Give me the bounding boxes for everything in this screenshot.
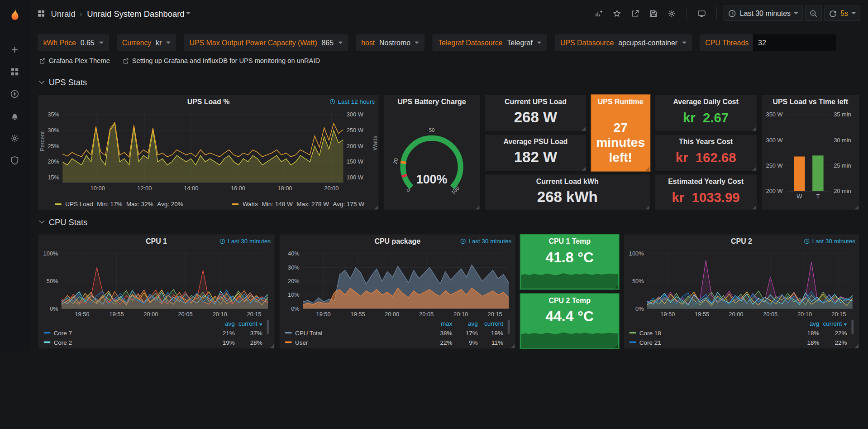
legend-row: User22%9%11%	[285, 337, 511, 347]
panel-title[interactable]: Current UPS Load	[485, 97, 587, 106]
panel-resize-handle[interactable]	[582, 127, 586, 131]
cycle-view-button[interactable]	[694, 5, 710, 21]
breadcrumb-separator: ›	[79, 9, 82, 18]
dashboard-title[interactable]: Unraid System Dashboard	[87, 9, 184, 18]
series-name[interactable]: Watts	[243, 201, 258, 207]
time-range-picker[interactable]: Last 30 minutes	[724, 5, 803, 21]
legend-sort-current[interactable]: current	[235, 320, 262, 327]
series-name[interactable]: Core 18	[639, 329, 661, 336]
variable-telegraf-datasource[interactable]: Telegraf Datasource Telegraf	[433, 34, 547, 51]
series-name[interactable]: Core 21	[639, 339, 661, 346]
refresh-button[interactable]: 5s	[825, 5, 860, 21]
star-dashboard-button[interactable]	[609, 5, 625, 21]
variable-currency[interactable]: Currency kr	[117, 34, 176, 51]
panel-title[interactable]: Estimated Yearly Cost	[655, 177, 757, 185]
svg-text:50%: 50%	[47, 278, 58, 284]
variable-kwh-price[interactable]: kWh Price 0.65	[38, 34, 109, 51]
cpu2-chart[interactable]: 19:5019:5520:0020:0520:1020:150%50%100%	[626, 248, 857, 319]
panel-resize-handle[interactable]	[752, 127, 756, 131]
section-cpu-stats[interactable]: CPU Stats	[40, 217, 87, 227]
series-name[interactable]: CPU Total	[295, 329, 322, 336]
legend-sort-current[interactable]: current	[478, 320, 503, 327]
ups-load-vs-time-chart[interactable]: 200 W20 min250 W25 min300 W30 min350 W35…	[764, 111, 857, 200]
zoom-out-button[interactable]	[805, 5, 822, 21]
refresh-interval-label[interactable]: 5s	[840, 9, 848, 17]
panel-title[interactable]: This Years Cost	[655, 137, 757, 145]
stat-value: kr 1033.99	[655, 190, 757, 206]
panel-title[interactable]: UPS Load %	[38, 97, 378, 106]
share-dashboard-button[interactable]	[627, 5, 643, 21]
dashboard-settings-button[interactable]	[664, 5, 680, 21]
configuration-button[interactable]	[5, 129, 24, 148]
panel-title[interactable]: UPS Load vs Time left	[762, 97, 859, 106]
panel-resize-handle[interactable]	[645, 206, 649, 210]
panel-resize-handle[interactable]	[476, 206, 480, 210]
panel-title[interactable]: CPU 2 Temp	[520, 296, 619, 304]
svg-text:20:00: 20:00	[143, 311, 158, 318]
breadcrumb-folder[interactable]: Unraid	[51, 9, 76, 18]
star-icon	[613, 9, 621, 17]
dashboards-button[interactable]	[5, 62, 24, 81]
panel-title[interactable]: Average PSU Load	[485, 137, 587, 145]
save-dashboard-button[interactable]	[646, 5, 662, 21]
plus-icon	[10, 44, 19, 54]
ups-battery-gauge[interactable]: 02050100	[388, 128, 475, 200]
panel-resize-handle[interactable]	[615, 285, 619, 289]
legend-scrollbar[interactable]	[851, 320, 854, 334]
graph-legend: avgcurrent Core 1818%22% Core 2118%22%	[630, 318, 855, 347]
panel-resize-handle[interactable]	[855, 344, 859, 348]
svg-text:20:10: 20:10	[213, 311, 227, 318]
legend-scrollbar[interactable]	[267, 320, 269, 334]
create-button[interactable]	[5, 40, 24, 59]
series-name[interactable]: UPS Load	[65, 201, 93, 207]
svg-text:19:55: 19:55	[695, 311, 709, 318]
series-swatch	[285, 341, 292, 343]
variable-ups-max-output[interactable]: UPS Max Output Power Capacity (Watt) 865	[184, 34, 348, 51]
panel-resize-handle[interactable]	[511, 344, 515, 348]
dashboard-link-grafana-plex-theme[interactable]: Grafana Plex Theme	[39, 57, 110, 65]
panel-resize-handle[interactable]	[855, 206, 859, 210]
cpu1-chart[interactable]: 19:5019:5520:0020:0520:1020:150%50%100%	[40, 248, 272, 319]
svg-text:350 W: 350 W	[766, 111, 783, 118]
server-admin-button[interactable]	[5, 151, 24, 170]
series-name[interactable]: Core 2	[54, 339, 72, 346]
legend-sort-avg[interactable]: avg	[452, 320, 477, 327]
svg-text:100%: 100%	[43, 251, 58, 257]
section-ups-stats[interactable]: UPS Stats	[40, 77, 87, 87]
panel-resize-handle[interactable]	[615, 344, 619, 348]
dashboard-title-caret-icon[interactable]	[186, 12, 191, 14]
cpu-package-chart[interactable]: 19:5019:5520:0020:0520:1020:150%10%20%30…	[282, 248, 513, 319]
panel-resize-handle[interactable]	[752, 167, 756, 171]
panel-resize-handle[interactable]	[582, 167, 586, 171]
stat-value: kr 162.68	[655, 150, 757, 165]
grafana-logo[interactable]	[5, 6, 24, 25]
panel-title[interactable]: UPS Battery Charge	[384, 97, 480, 106]
svg-text:50%: 50%	[632, 278, 644, 284]
panel-title[interactable]: Average Daily Cost	[655, 97, 757, 106]
series-name[interactable]: Core 7	[54, 329, 72, 336]
panel-time-override-badge: Last 30 minutes	[460, 238, 511, 245]
ups-load-chart[interactable]: 10:0012:0014:0016:0018:0020:0015%100 W20…	[45, 108, 372, 193]
panel-title[interactable]: CPU 1 Temp	[520, 237, 619, 246]
legend-sort-max[interactable]: max	[427, 320, 452, 327]
panel-title[interactable]: Current Load kWh	[485, 177, 650, 185]
panel-resize-handle[interactable]	[374, 206, 378, 210]
legend-sort-avg[interactable]: avg	[207, 320, 234, 327]
panel-resize-handle[interactable]	[270, 344, 274, 348]
svg-text:0%: 0%	[635, 305, 644, 312]
panel-title[interactable]: UPS Runtime	[591, 97, 650, 106]
legend-scrollbar[interactable]	[508, 320, 510, 334]
panel-resize-handle[interactable]	[752, 206, 756, 210]
explore-button[interactable]	[5, 84, 24, 103]
add-panel-button[interactable]	[591, 5, 607, 21]
series-name[interactable]: User	[295, 339, 308, 346]
panel-resize-handle[interactable]	[645, 167, 649, 171]
refresh-icon	[829, 9, 837, 17]
variable-ups-datasource[interactable]: UPS Datasource apcupsd-container	[555, 34, 692, 51]
variable-host[interactable]: host Nostromo	[356, 34, 425, 51]
legend-sort-avg[interactable]: avg	[792, 320, 819, 327]
legend-sort-current[interactable]: current	[819, 320, 847, 327]
alerting-button[interactable]	[5, 106, 24, 125]
cpu-threads-input[interactable]	[753, 34, 836, 51]
dashboard-link-ups-monitoring-guide[interactable]: Setting up Grafana and InfluxDB for UPS …	[122, 57, 320, 65]
